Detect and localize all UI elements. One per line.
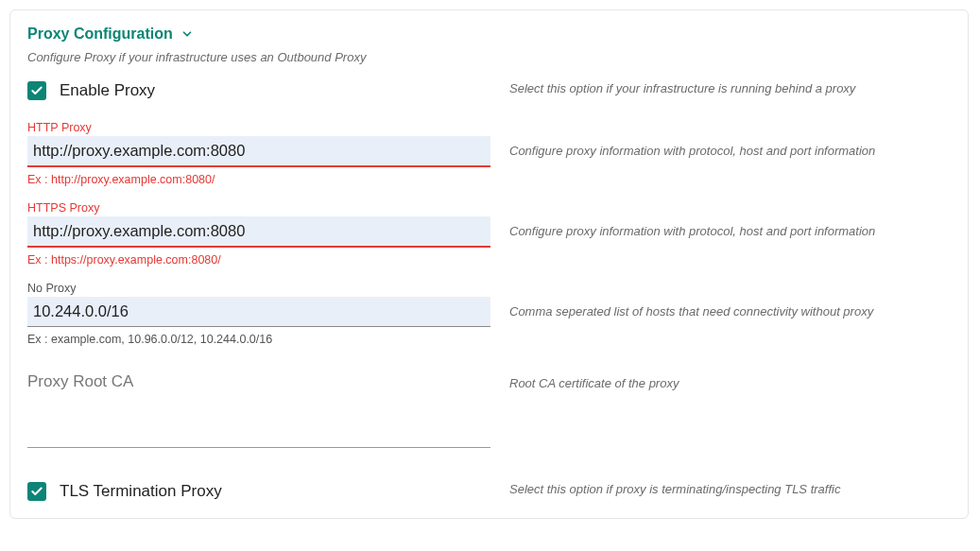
http-proxy-help: Configure proxy information with protoco… [509,121,951,158]
https-proxy-hint: Ex : https://proxy.example.com:8080/ [27,253,490,267]
no-proxy-label: No Proxy [27,282,490,295]
https-proxy-label: HTTPS Proxy [27,201,490,215]
https-proxy-help: Configure proxy information with protoco… [509,201,951,238]
no-proxy-input[interactable] [27,297,490,327]
proxy-config-panel: Proxy Configuration Configure Proxy if y… [9,9,969,519]
tls-termination-help: Select this option if proxy is terminati… [509,482,951,496]
tls-termination-checkbox[interactable] [27,482,46,501]
tls-termination-label: TLS Termination Proxy [60,482,222,501]
no-proxy-hint: Ex : example.com, 10.96.0.0/12, 10.244.0… [27,333,490,346]
section-subtitle: Configure Proxy if your infrastructure u… [27,50,951,64]
root-ca-help: Root CA certificate of the proxy [509,361,951,390]
no-proxy-help: Comma seperated list of hosts that need … [509,282,951,319]
enable-proxy-checkbox[interactable] [27,81,46,100]
enable-proxy-help: Select this option if your infrastructur… [509,81,951,95]
root-ca-input[interactable] [27,401,490,448]
chevron-down-icon [181,27,194,41]
section-title-text: Proxy Configuration [27,26,173,43]
root-ca-label: Proxy Root CA [27,372,490,391]
https-proxy-input[interactable] [27,216,490,248]
enable-proxy-label: Enable Proxy [60,81,155,100]
http-proxy-hint: Ex : http://proxy.example.com:8080/ [27,173,490,186]
section-title-toggle[interactable]: Proxy Configuration [27,26,951,43]
http-proxy-label: HTTP Proxy [27,121,490,134]
http-proxy-input[interactable] [27,136,490,167]
